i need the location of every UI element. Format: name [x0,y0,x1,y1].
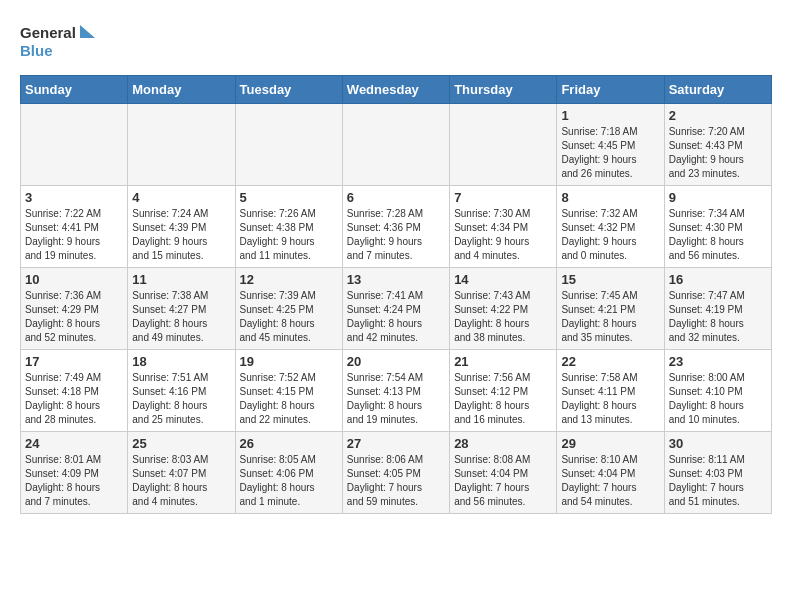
calendar-cell: 25Sunrise: 8:03 AM Sunset: 4:07 PM Dayli… [128,432,235,514]
day-info: Sunrise: 7:28 AM Sunset: 4:36 PM Dayligh… [347,207,445,263]
calendar-cell [342,104,449,186]
day-number: 29 [561,436,659,451]
day-number: 5 [240,190,338,205]
day-info: Sunrise: 7:22 AM Sunset: 4:41 PM Dayligh… [25,207,123,263]
day-info: Sunrise: 7:20 AM Sunset: 4:43 PM Dayligh… [669,125,767,181]
weekday-header-tuesday: Tuesday [235,76,342,104]
weekday-header-sunday: Sunday [21,76,128,104]
svg-marker-2 [80,25,95,38]
calendar-cell: 5Sunrise: 7:26 AM Sunset: 4:38 PM Daylig… [235,186,342,268]
day-info: Sunrise: 8:06 AM Sunset: 4:05 PM Dayligh… [347,453,445,509]
day-number: 25 [132,436,230,451]
day-info: Sunrise: 7:26 AM Sunset: 4:38 PM Dayligh… [240,207,338,263]
day-info: Sunrise: 7:58 AM Sunset: 4:11 PM Dayligh… [561,371,659,427]
day-number: 3 [25,190,123,205]
calendar-cell: 1Sunrise: 7:18 AM Sunset: 4:45 PM Daylig… [557,104,664,186]
calendar-cell: 9Sunrise: 7:34 AM Sunset: 4:30 PM Daylig… [664,186,771,268]
weekday-header-thursday: Thursday [450,76,557,104]
calendar-cell: 22Sunrise: 7:58 AM Sunset: 4:11 PM Dayli… [557,350,664,432]
day-number: 10 [25,272,123,287]
day-number: 1 [561,108,659,123]
calendar-cell: 10Sunrise: 7:36 AM Sunset: 4:29 PM Dayli… [21,268,128,350]
day-info: Sunrise: 8:00 AM Sunset: 4:10 PM Dayligh… [669,371,767,427]
day-number: 9 [669,190,767,205]
day-number: 22 [561,354,659,369]
day-info: Sunrise: 8:10 AM Sunset: 4:04 PM Dayligh… [561,453,659,509]
day-info: Sunrise: 8:03 AM Sunset: 4:07 PM Dayligh… [132,453,230,509]
day-info: Sunrise: 7:18 AM Sunset: 4:45 PM Dayligh… [561,125,659,181]
calendar-cell: 24Sunrise: 8:01 AM Sunset: 4:09 PM Dayli… [21,432,128,514]
calendar-cell: 17Sunrise: 7:49 AM Sunset: 4:18 PM Dayli… [21,350,128,432]
calendar-cell: 30Sunrise: 8:11 AM Sunset: 4:03 PM Dayli… [664,432,771,514]
calendar-cell: 23Sunrise: 8:00 AM Sunset: 4:10 PM Dayli… [664,350,771,432]
calendar-cell: 26Sunrise: 8:05 AM Sunset: 4:06 PM Dayli… [235,432,342,514]
calendar-cell [450,104,557,186]
day-info: Sunrise: 7:39 AM Sunset: 4:25 PM Dayligh… [240,289,338,345]
day-info: Sunrise: 7:47 AM Sunset: 4:19 PM Dayligh… [669,289,767,345]
day-info: Sunrise: 7:41 AM Sunset: 4:24 PM Dayligh… [347,289,445,345]
day-info: Sunrise: 7:30 AM Sunset: 4:34 PM Dayligh… [454,207,552,263]
calendar-cell [235,104,342,186]
day-info: Sunrise: 7:52 AM Sunset: 4:15 PM Dayligh… [240,371,338,427]
day-info: Sunrise: 8:05 AM Sunset: 4:06 PM Dayligh… [240,453,338,509]
day-number: 15 [561,272,659,287]
calendar-cell: 19Sunrise: 7:52 AM Sunset: 4:15 PM Dayli… [235,350,342,432]
calendar-week-row: 10Sunrise: 7:36 AM Sunset: 4:29 PM Dayli… [21,268,772,350]
day-number: 19 [240,354,338,369]
day-number: 18 [132,354,230,369]
day-info: Sunrise: 7:36 AM Sunset: 4:29 PM Dayligh… [25,289,123,345]
day-info: Sunrise: 7:56 AM Sunset: 4:12 PM Dayligh… [454,371,552,427]
logo: GeneralBlue [20,20,100,65]
day-number: 12 [240,272,338,287]
calendar-cell: 13Sunrise: 7:41 AM Sunset: 4:24 PM Dayli… [342,268,449,350]
day-number: 23 [669,354,767,369]
day-number: 4 [132,190,230,205]
day-info: Sunrise: 7:51 AM Sunset: 4:16 PM Dayligh… [132,371,230,427]
calendar-cell: 14Sunrise: 7:43 AM Sunset: 4:22 PM Dayli… [450,268,557,350]
day-info: Sunrise: 8:11 AM Sunset: 4:03 PM Dayligh… [669,453,767,509]
weekday-header-wednesday: Wednesday [342,76,449,104]
day-info: Sunrise: 7:38 AM Sunset: 4:27 PM Dayligh… [132,289,230,345]
day-number: 24 [25,436,123,451]
day-number: 2 [669,108,767,123]
calendar-week-row: 17Sunrise: 7:49 AM Sunset: 4:18 PM Dayli… [21,350,772,432]
day-number: 13 [347,272,445,287]
svg-text:General: General [20,24,76,41]
day-number: 6 [347,190,445,205]
calendar-cell: 18Sunrise: 7:51 AM Sunset: 4:16 PM Dayli… [128,350,235,432]
calendar-cell: 2Sunrise: 7:20 AM Sunset: 4:43 PM Daylig… [664,104,771,186]
calendar-week-row: 3Sunrise: 7:22 AM Sunset: 4:41 PM Daylig… [21,186,772,268]
weekday-header-friday: Friday [557,76,664,104]
day-info: Sunrise: 7:24 AM Sunset: 4:39 PM Dayligh… [132,207,230,263]
calendar-cell: 7Sunrise: 7:30 AM Sunset: 4:34 PM Daylig… [450,186,557,268]
calendar-table: SundayMondayTuesdayWednesdayThursdayFrid… [20,75,772,514]
weekday-header-row: SundayMondayTuesdayWednesdayThursdayFrid… [21,76,772,104]
day-number: 27 [347,436,445,451]
calendar-cell: 21Sunrise: 7:56 AM Sunset: 4:12 PM Dayli… [450,350,557,432]
day-info: Sunrise: 7:32 AM Sunset: 4:32 PM Dayligh… [561,207,659,263]
day-number: 20 [347,354,445,369]
calendar-cell: 28Sunrise: 8:08 AM Sunset: 4:04 PM Dayli… [450,432,557,514]
day-number: 30 [669,436,767,451]
day-info: Sunrise: 7:43 AM Sunset: 4:22 PM Dayligh… [454,289,552,345]
day-number: 11 [132,272,230,287]
day-info: Sunrise: 8:08 AM Sunset: 4:04 PM Dayligh… [454,453,552,509]
calendar-week-row: 24Sunrise: 8:01 AM Sunset: 4:09 PM Dayli… [21,432,772,514]
calendar-cell: 8Sunrise: 7:32 AM Sunset: 4:32 PM Daylig… [557,186,664,268]
calendar-cell: 15Sunrise: 7:45 AM Sunset: 4:21 PM Dayli… [557,268,664,350]
day-number: 16 [669,272,767,287]
weekday-header-monday: Monday [128,76,235,104]
day-number: 7 [454,190,552,205]
calendar-cell: 16Sunrise: 7:47 AM Sunset: 4:19 PM Dayli… [664,268,771,350]
day-number: 14 [454,272,552,287]
calendar-cell [21,104,128,186]
day-info: Sunrise: 7:45 AM Sunset: 4:21 PM Dayligh… [561,289,659,345]
logo-svg: GeneralBlue [20,20,100,65]
day-number: 8 [561,190,659,205]
day-info: Sunrise: 8:01 AM Sunset: 4:09 PM Dayligh… [25,453,123,509]
calendar-cell [128,104,235,186]
day-info: Sunrise: 7:34 AM Sunset: 4:30 PM Dayligh… [669,207,767,263]
day-number: 21 [454,354,552,369]
day-number: 28 [454,436,552,451]
calendar-cell: 27Sunrise: 8:06 AM Sunset: 4:05 PM Dayli… [342,432,449,514]
